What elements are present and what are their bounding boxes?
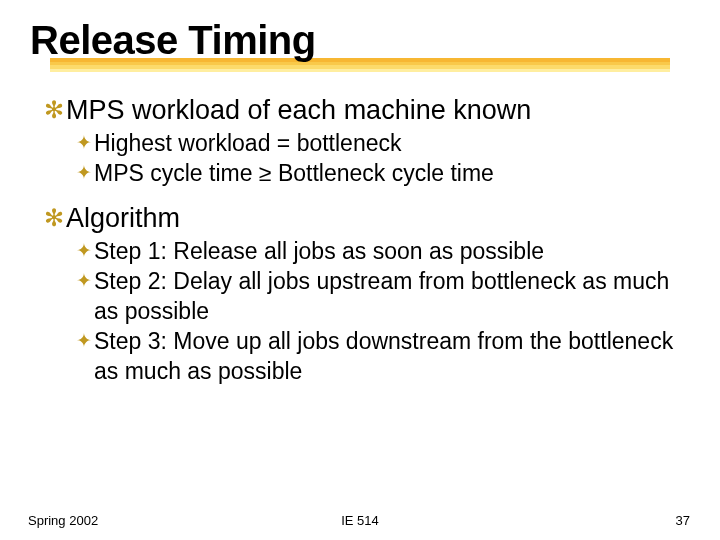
sub-bullet-text: Step 2: Delay all jobs upstream from bot… <box>94 266 684 326</box>
flower-bullet-icon: ✻ <box>44 202 64 234</box>
footer-left: Spring 2002 <box>28 513 98 528</box>
sub-bullet-text: Step 3: Move up all jobs downstream from… <box>94 326 684 386</box>
title-wrap: Release Timing <box>30 18 690 62</box>
sub-bullet-text: Highest workload = bottleneck <box>94 128 401 158</box>
bullet-level2: ✦ MPS cycle time ≥ Bottleneck cycle time <box>76 158 690 188</box>
bullet-level1: ✻ MPS workload of each machine known <box>44 94 690 126</box>
star-bullet-icon: ✦ <box>76 128 92 158</box>
bullet-level2: ✦ Step 1: Release all jobs as soon as po… <box>76 236 690 266</box>
sub-bullet-text: Step 1: Release all jobs as soon as poss… <box>94 236 544 266</box>
footer-center: IE 514 <box>341 513 379 528</box>
star-bullet-icon: ✦ <box>76 266 92 296</box>
star-bullet-icon: ✦ <box>76 158 92 188</box>
star-bullet-icon: ✦ <box>76 236 92 266</box>
sub-bullet-group: ✦ Step 1: Release all jobs as soon as po… <box>76 236 690 386</box>
flower-bullet-icon: ✻ <box>44 94 64 126</box>
bullet-text: Algorithm <box>66 202 180 234</box>
content: ✻ MPS workload of each machine known ✦ H… <box>30 90 690 530</box>
star-bullet-icon: ✦ <box>76 326 92 356</box>
slide: Release Timing ✻ MPS workload of each ma… <box>0 0 720 540</box>
bullet-level1: ✻ Algorithm <box>44 202 690 234</box>
bullet-text: MPS workload of each machine known <box>66 94 531 126</box>
footer-right: 37 <box>676 513 690 528</box>
bullet-level2: ✦ Step 3: Move up all jobs downstream fr… <box>76 326 690 386</box>
footer: Spring 2002 IE 514 37 <box>0 513 720 528</box>
slide-title: Release Timing <box>30 18 690 62</box>
bullet-level2: ✦ Step 2: Delay all jobs upstream from b… <box>76 266 690 326</box>
sub-bullet-group: ✦ Highest workload = bottleneck ✦ MPS cy… <box>76 128 690 188</box>
bullet-level2: ✦ Highest workload = bottleneck <box>76 128 690 158</box>
sub-bullet-text: MPS cycle time ≥ Bottleneck cycle time <box>94 158 494 188</box>
